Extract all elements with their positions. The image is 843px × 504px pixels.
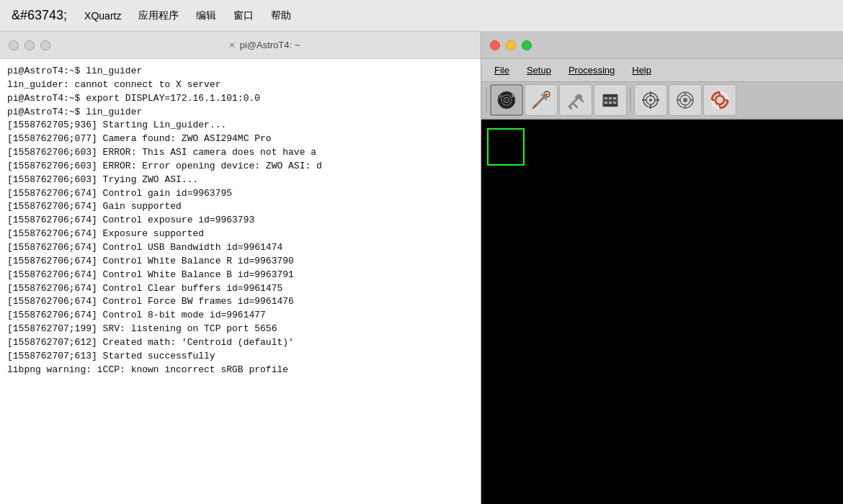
terminal-line: [1558762706;674] Control USB Bandwidth i… xyxy=(7,241,473,255)
linguider-menu-processing[interactable]: Processing xyxy=(561,63,622,77)
terminal-line: lin_guider: cannot connect to X server xyxy=(7,78,473,92)
terminal-line: pi@AstroT4:~$ lin_guider xyxy=(7,65,473,78)
terminal-titlebar: ✕ pi@AstroT4: ~ xyxy=(0,32,481,59)
toolbar-camera-button[interactable] xyxy=(490,84,523,116)
svg-point-37 xyxy=(715,96,724,104)
svg-line-9 xyxy=(537,96,545,104)
svg-point-4 xyxy=(512,94,514,97)
svg-line-12 xyxy=(573,103,577,107)
mac-menubar: &#63743; XQuartz 应用程序 编辑 窗口 帮助 xyxy=(0,0,843,32)
terminal-minimize-button[interactable] xyxy=(24,40,35,50)
terminal-window: ✕ pi@AstroT4: ~ pi@AstroT4:~$ lin_guider… xyxy=(0,32,481,504)
lifebuoy-icon xyxy=(710,90,730,110)
terminal-line: [1558762706;674] Control 8-bit mode id=9… xyxy=(7,309,473,323)
terminal-line: pi@AstroT4:~$ export DISPLAY=172.16.1.10… xyxy=(7,92,473,106)
terminal-line: [1558762707;199] SRV: listening on TCP p… xyxy=(7,323,473,336)
wrench-icon xyxy=(566,90,586,110)
main-area: ✕ pi@AstroT4: ~ pi@AstroT4:~$ lin_guider… xyxy=(0,32,843,504)
svg-rect-19 xyxy=(613,102,616,104)
terminal-line: [1558762707;613] Started successfully xyxy=(7,350,473,364)
linguider-maximize-button[interactable] xyxy=(522,40,532,50)
linguider-menu-help[interactable]: Help xyxy=(625,63,659,77)
svg-rect-3 xyxy=(498,95,502,98)
svg-line-7 xyxy=(533,106,535,108)
terminal-title: ✕ pi@AstroT4: ~ xyxy=(56,40,472,50)
terminal-line: [1558762706;077] Camera found: ZWO ASI29… xyxy=(7,132,473,146)
terminal-line: [1558762705;936] Starting Lin_guider... xyxy=(7,119,473,132)
target-icon xyxy=(675,90,695,110)
terminal-title-text: pi@AstroT4: ~ xyxy=(240,40,300,50)
svg-rect-17 xyxy=(605,102,607,104)
terminal-line: pi@AstroT4:~$ lin_guider xyxy=(7,106,473,120)
svg-rect-20 xyxy=(603,94,617,96)
svg-point-2 xyxy=(504,97,509,103)
linguider-toolbar xyxy=(481,82,843,120)
linguider-menubar: File Setup Processing Help xyxy=(481,59,843,82)
svg-rect-15 xyxy=(609,97,612,99)
toolbar-separator-mid xyxy=(630,87,631,113)
linguider-window: File Setup Processing Help xyxy=(481,32,843,504)
svg-point-28 xyxy=(649,99,652,102)
linguider-close-button[interactable] xyxy=(490,40,500,50)
terminal-title-icon: ✕ xyxy=(228,40,236,50)
terminal-line: [1558762707;612] Created math: 'Centroid… xyxy=(7,336,473,350)
linguider-titlebar xyxy=(481,32,843,59)
toolbar-lifebuoy-button[interactable] xyxy=(703,84,736,116)
terminal-line: [1558762706;603] Trying ZWO ASI... xyxy=(7,174,473,187)
terminal-line: [1558762706;674] Control White Balance B… xyxy=(7,269,473,282)
svg-rect-21 xyxy=(603,104,617,107)
svg-point-31 xyxy=(683,98,687,102)
terminal-line: [1558762706;603] ERROR: Error opening de… xyxy=(7,160,473,174)
tools-icon xyxy=(531,90,551,110)
toolbar-target-button[interactable] xyxy=(669,84,702,116)
menubar-xquartz[interactable]: XQuartz xyxy=(84,10,121,22)
linguider-canvas-area xyxy=(481,120,843,504)
selection-rectangle xyxy=(487,128,525,166)
terminal-line: [1558762706;674] Control exposure id=996… xyxy=(7,214,473,228)
camera-icon xyxy=(496,89,517,111)
menubar-help[interactable]: 帮助 xyxy=(271,9,291,22)
terminal-line: [1558762706;674] Control gain id=9963795 xyxy=(7,187,473,201)
terminal-close-button[interactable] xyxy=(9,40,19,50)
menubar-applications[interactable]: 应用程序 xyxy=(138,9,179,22)
linguider-minimize-button[interactable] xyxy=(506,40,516,50)
linguider-menu-setup[interactable]: Setup xyxy=(519,63,558,77)
terminal-line: [1558762706;674] Control Clear buffers i… xyxy=(7,282,473,296)
terminal-line: libpng warning: iCCP: known incorrect sR… xyxy=(7,364,473,377)
toolbar-film-button[interactable] xyxy=(594,84,627,116)
terminal-line: [1558762706;674] Control White Balance R… xyxy=(7,255,473,269)
toolbar-separator-left xyxy=(486,87,487,113)
terminal-line: [1558762706;603] ERROR: This ASI camera … xyxy=(7,146,473,160)
crosshair-icon xyxy=(641,90,661,110)
toolbar-crosshair-button[interactable] xyxy=(634,84,667,116)
film-icon xyxy=(600,90,620,110)
svg-rect-18 xyxy=(609,102,612,104)
toolbar-tools-button[interactable] xyxy=(525,84,558,116)
terminal-maximize-button[interactable] xyxy=(40,40,50,50)
svg-rect-14 xyxy=(605,97,607,99)
terminal-body[interactable]: pi@AstroT4:~$ lin_guiderlin_guider: cann… xyxy=(0,59,481,504)
linguider-menu-file[interactable]: File xyxy=(487,63,517,77)
menubar-edit[interactable]: 编辑 xyxy=(196,9,216,22)
toolbar-settings-button[interactable] xyxy=(559,84,592,116)
linguider-canvas xyxy=(481,120,843,504)
terminal-line: [1558762706;674] Control Force BW frames… xyxy=(7,295,473,309)
apple-menu[interactable]: &#63743; xyxy=(12,8,67,23)
svg-rect-16 xyxy=(613,97,616,99)
terminal-line: [1558762706;674] Gain supported xyxy=(7,200,473,214)
menubar-window[interactable]: 窗口 xyxy=(233,9,254,22)
terminal-line: [1558762706;674] Exposure supported xyxy=(7,228,473,241)
